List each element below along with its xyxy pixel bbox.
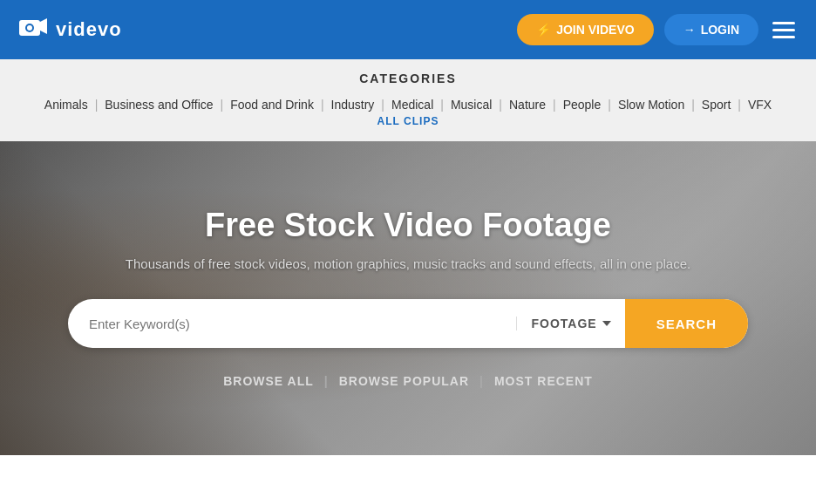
login-label: LOGIN (701, 23, 739, 37)
lightning-icon: ⚡ (536, 23, 551, 37)
header-buttons: ⚡ JOIN VIDEVO → LOGIN (517, 14, 799, 45)
logo-icon (17, 15, 49, 44)
search-button[interactable]: SEARCH (625, 299, 748, 348)
search-type-label: FOOTAGE (531, 317, 596, 330)
logo-text: videvo (56, 18, 122, 41)
arrow-icon: → (683, 23, 696, 37)
sep-10: | (736, 98, 743, 112)
hero-section: Free Stock Video Footage Thousands of fr… (0, 141, 816, 455)
hamburger-line-3 (772, 36, 795, 38)
search-type-selector[interactable]: FOOTAGE (516, 317, 624, 330)
logo[interactable]: videvo (17, 15, 122, 44)
sep-3: | (319, 98, 326, 112)
browse-sep-1: | (321, 374, 332, 388)
cat-musical[interactable]: Musical (445, 96, 497, 113)
cat-slow-motion[interactable]: Slow Motion (613, 96, 690, 113)
browse-sep-2: | (476, 374, 487, 388)
cat-animals[interactable]: Animals (39, 96, 93, 113)
svg-marker-3 (40, 18, 47, 34)
search-input[interactable] (68, 303, 516, 345)
join-button[interactable]: ⚡ JOIN VIDEVO (517, 14, 653, 45)
sep-9: | (690, 98, 697, 112)
categories-bar: CATEGORIES Animals | Business and Office… (0, 59, 816, 141)
hero-content: Free Stock Video Footage Thousands of fr… (0, 207, 816, 390)
sep-6: | (497, 98, 504, 112)
hero-subtitle: Thousands of free stock videos, motion g… (17, 256, 799, 271)
cat-food[interactable]: Food and Drink (225, 96, 319, 113)
all-clips-link[interactable]: ALL CLIPS (372, 113, 445, 129)
hero-title: Free Stock Video Footage (17, 207, 799, 244)
categories-links: Animals | Business and Office | Food and… (17, 96, 799, 129)
cat-people[interactable]: People (558, 96, 607, 113)
sep-5: | (439, 98, 445, 112)
cat-vfx[interactable]: VFX (743, 96, 777, 113)
browse-popular-link[interactable]: BROWSE POPULAR (332, 372, 476, 390)
header: videvo ⚡ JOIN VIDEVO → LOGIN (0, 0, 816, 59)
sep-4: | (379, 98, 386, 112)
browse-links: BROWSE ALL | BROWSE POPULAR | MOST RECEN… (17, 372, 799, 390)
sep-8: | (606, 98, 613, 112)
hamburger-line-1 (772, 22, 795, 24)
chevron-down-icon (602, 321, 611, 326)
join-label: JOIN VIDEVO (556, 23, 634, 37)
browse-all-link[interactable]: BROWSE ALL (216, 372, 321, 390)
sep-1: | (93, 98, 100, 112)
svg-point-2 (27, 25, 32, 31)
cat-medical[interactable]: Medical (386, 96, 439, 113)
cat-industry[interactable]: Industry (326, 96, 380, 113)
sep-7: | (551, 98, 558, 112)
search-bar: FOOTAGE SEARCH (68, 299, 748, 348)
hamburger-line-2 (772, 29, 795, 31)
categories-title: CATEGORIES (17, 72, 799, 85)
most-recent-link[interactable]: MOST RECENT (487, 372, 600, 390)
cat-sport[interactable]: Sport (697, 96, 736, 113)
sep-2: | (219, 98, 226, 112)
hamburger-menu[interactable] (769, 18, 799, 42)
cat-business[interactable]: Business and Office (99, 96, 218, 113)
login-button[interactable]: → LOGIN (664, 14, 758, 45)
cat-nature[interactable]: Nature (504, 96, 551, 113)
